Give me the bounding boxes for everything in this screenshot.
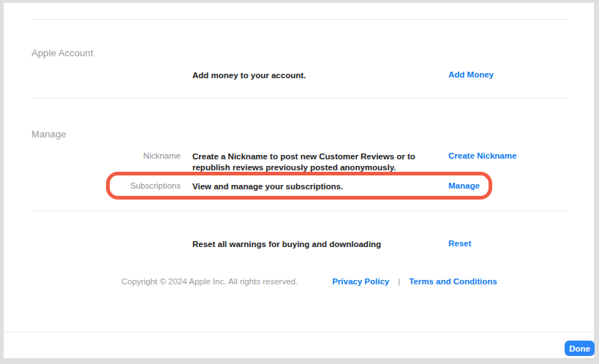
subscriptions-label: Subscriptions bbox=[31, 181, 181, 190]
footer-separator: | bbox=[398, 277, 400, 286]
manage-subscriptions-link[interactable]: Manage bbox=[448, 181, 480, 190]
done-button[interactable]: Done bbox=[565, 341, 595, 356]
reset-link[interactable]: Reset bbox=[448, 239, 471, 248]
section-header-apple-account: Apple Account bbox=[31, 48, 93, 58]
privacy-policy-link[interactable]: Privacy Policy bbox=[332, 277, 389, 286]
divider-manage bbox=[32, 211, 568, 211]
nickname-label: Nickname bbox=[31, 151, 181, 160]
reset-warnings-description: Reset all warnings for buying and downlo… bbox=[192, 239, 441, 250]
divider-apple-account bbox=[32, 98, 568, 99]
footer: Copyright © 2024 Apple Inc. All rights r… bbox=[121, 277, 497, 286]
screenshot-frame: Apple Account Add money to your account.… bbox=[0, 0, 599, 364]
copyright-text: Copyright © 2024 Apple Inc. All rights r… bbox=[121, 277, 298, 286]
create-nickname-link[interactable]: Create Nickname bbox=[448, 151, 516, 160]
section-header-manage: Manage bbox=[31, 129, 67, 140]
terms-and-conditions-link[interactable]: Terms and Conditions bbox=[409, 277, 497, 286]
subscriptions-description: View and manage your subscriptions. bbox=[192, 181, 441, 192]
divider-top bbox=[32, 19, 568, 20]
add-money-link[interactable]: Add Money bbox=[448, 70, 494, 79]
nickname-description: Create a Nickname to post new Customer R… bbox=[192, 151, 441, 173]
divider-bottom-bar bbox=[4, 332, 594, 333]
add-money-description: Add money to your account. bbox=[192, 70, 441, 81]
